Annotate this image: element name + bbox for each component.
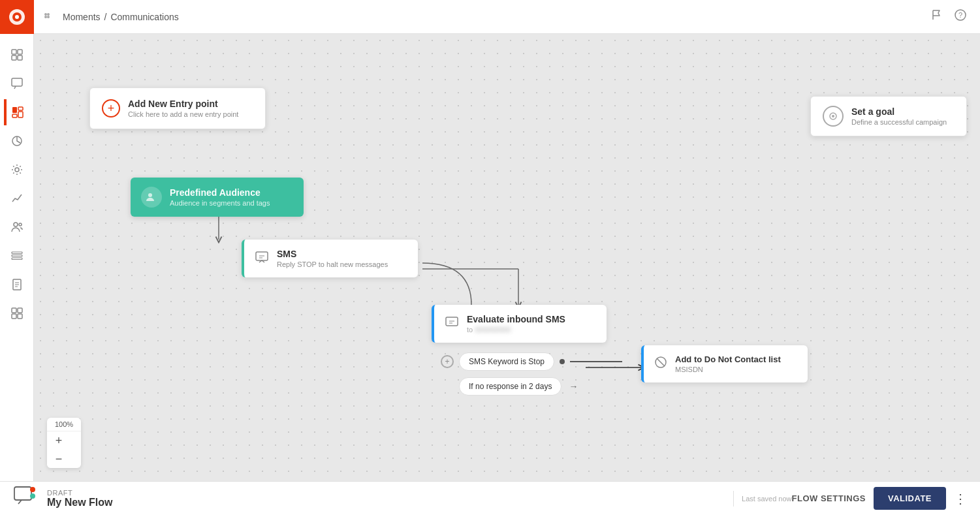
svg-rect-22: [12, 252, 22, 254]
branch-line: [570, 361, 622, 362]
evaluate-title: Evaluate inbound SMS: [467, 314, 565, 324]
validate-button[interactable]: VALIDATE: [874, 487, 946, 510]
flow-info: DRAFT My New Flow: [47, 489, 725, 508]
sms-title: SMS: [277, 249, 388, 259]
evaluate-text: Evaluate inbound SMS to 000000000: [467, 314, 565, 334]
flow-settings-button[interactable]: FLOW SETTINGS: [792, 493, 866, 503]
sidebar-item-people[interactable]: [4, 214, 30, 240]
evaluate-icon: [445, 315, 459, 333]
sidebar-item-grid[interactable]: [4, 42, 30, 68]
breadcrumb-separator: /: [104, 12, 107, 22]
svg-rect-13: [12, 78, 22, 86]
sidebar-item-more[interactable]: [4, 300, 30, 326]
svg-rect-17: [12, 114, 17, 117]
svg-text:?: ?: [958, 11, 962, 19]
svg-point-5: [44, 16, 47, 18]
sidebar-item-dashboard[interactable]: [4, 99, 30, 125]
branch-no-response-pill[interactable]: If no response in 2 days: [459, 377, 561, 396]
dnc-node[interactable]: Add to Do Not Contact list MSISDN →: [641, 345, 808, 382]
evaluate-sms-node[interactable]: Evaluate inbound SMS to 000000000: [432, 305, 607, 343]
nav-toggle-button[interactable]: [34, 0, 63, 34]
svg-point-21: [19, 223, 22, 226]
svg-rect-16: [18, 112, 23, 117]
svg-rect-11: [12, 55, 16, 60]
predefined-icon: [141, 187, 162, 208]
dnc-icon: [654, 356, 667, 372]
predefined-subtitle: Audience in segments and tags: [170, 199, 270, 207]
sms-text: SMS Reply STOP to halt new messages: [277, 249, 388, 268]
predefined-text: Predefined Audience Audience in segments…: [170, 187, 270, 207]
goal-title: Set a goal: [851, 106, 947, 117]
branch-arrow: →: [567, 380, 580, 393]
entry-point-subtitle: Click here to add a new entry point: [128, 110, 238, 118]
sms-node[interactable]: SMS Reply STOP to halt new messages: [242, 240, 418, 277]
sidebar-item-lists[interactable]: [4, 243, 30, 269]
zoom-controls: 100% + −: [47, 418, 81, 468]
svg-rect-24: [12, 258, 22, 260]
svg-rect-28: [12, 314, 16, 319]
help-icon[interactable]: ?: [954, 8, 967, 25]
svg-point-42: [30, 493, 35, 499]
entry-point-text: Add New Entry point Click here to add a …: [128, 99, 238, 118]
svg-point-4: [47, 13, 50, 16]
sidebar-item-automation[interactable]: [4, 157, 30, 183]
more-options-button[interactable]: ⋮: [954, 491, 967, 507]
svg-point-3: [44, 13, 47, 16]
svg-rect-40: [14, 487, 31, 500]
branch-keyword-pill[interactable]: SMS Keyword is Stop: [459, 352, 554, 371]
sidebar-item-reports[interactable]: [4, 272, 30, 298]
add-entry-point-node[interactable]: + Add New Entry point Click here to add …: [89, 87, 266, 129]
svg-rect-26: [12, 308, 16, 313]
sidebar: [0, 34, 34, 481]
topbar-actions: ?: [930, 8, 980, 25]
svg-point-19: [15, 168, 19, 172]
zoom-out-button[interactable]: −: [47, 450, 71, 468]
dnc-subtitle: MSISDN: [675, 366, 781, 373]
svg-point-35: [832, 115, 834, 117]
sidebar-item-chat[interactable]: [4, 70, 30, 97]
entry-plus-icon: +: [102, 99, 120, 117]
svg-rect-14: [12, 107, 17, 113]
dnc-title: Add to Do Not Contact list: [675, 354, 781, 364]
svg-point-20: [14, 223, 18, 226]
flow-name-label: My New Flow: [47, 497, 725, 508]
svg-rect-15: [18, 107, 23, 110]
flag-icon[interactable]: [930, 8, 943, 25]
set-goal-node[interactable]: Set a goal Define a successful campaign: [810, 96, 967, 136]
flow-divider: [733, 491, 734, 507]
svg-rect-23: [12, 255, 22, 257]
predefined-audience-node[interactable]: Predefined Audience Audience in segments…: [131, 178, 304, 217]
svg-rect-10: [18, 50, 22, 54]
app-logo[interactable]: [0, 0, 34, 34]
branch-dot: [560, 359, 565, 364]
svg-rect-27: [18, 308, 22, 313]
zoom-level: 100%: [47, 418, 81, 431]
svg-rect-12: [18, 55, 22, 60]
sms-icon: [255, 250, 269, 268]
breadcrumb-current: Communications: [110, 12, 178, 22]
dnc-text: Add to Do Not Contact list MSISDN: [675, 354, 781, 373]
svg-rect-29: [18, 314, 22, 319]
svg-point-2: [15, 15, 19, 19]
breadcrumb-moments[interactable]: Moments: [63, 12, 101, 22]
goal-text: Set a goal Define a successful campaign: [851, 106, 947, 126]
topbar: Moments / Communications ?: [0, 0, 980, 34]
breadcrumb: Moments / Communications: [63, 12, 179, 22]
bottombar: DRAFT My New Flow Last saved now FLOW SE…: [0, 481, 980, 515]
predefined-title: Predefined Audience: [170, 187, 270, 198]
branch-conditions: + SMS Keyword is Stop If no response in …: [441, 352, 622, 402]
flow-canvas[interactable]: + Add New Entry point Click here to add …: [34, 34, 980, 481]
branch-row-keyword: + SMS Keyword is Stop: [441, 352, 622, 371]
evaluate-subtitle: to 000000000: [467, 326, 565, 334]
sidebar-item-analytics[interactable]: [4, 185, 30, 211]
svg-point-6: [47, 16, 50, 18]
branch-row-no-response: If no response in 2 days →: [441, 377, 622, 396]
branch-add-button[interactable]: +: [441, 355, 454, 368]
zoom-in-button[interactable]: +: [47, 431, 71, 450]
sms-subtitle: Reply STOP to halt new messages: [277, 260, 388, 268]
entry-point-title: Add New Entry point: [128, 99, 238, 109]
bottombar-actions: FLOW SETTINGS VALIDATE ⋮: [792, 487, 967, 510]
sidebar-item-segments[interactable]: [4, 128, 30, 154]
goal-subtitle: Define a successful campaign: [851, 118, 947, 126]
flow-draft-label: DRAFT: [47, 489, 725, 497]
